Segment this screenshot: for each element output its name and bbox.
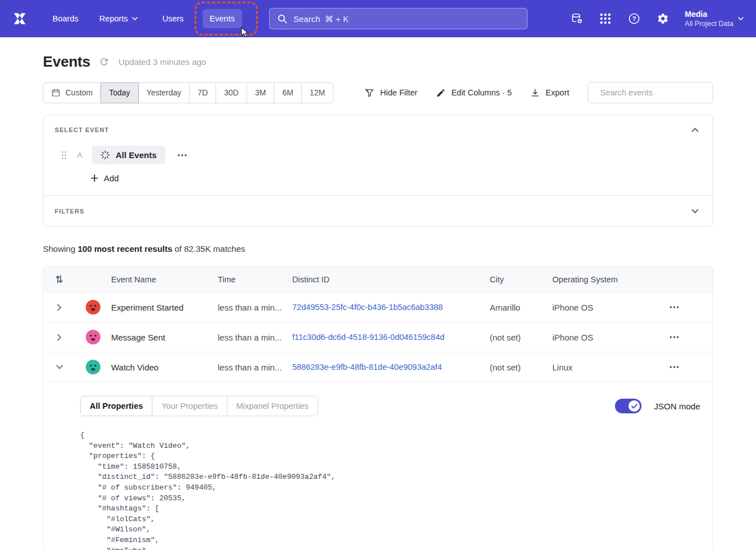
table-header-row: Event Name Time Distinct ID City Operati… [43, 267, 713, 292]
nav-item-users[interactable]: Users [162, 14, 184, 23]
city-cell: Amarillo [490, 303, 552, 312]
time-cell: less than a min... [218, 363, 292, 372]
collapse-section-icon[interactable] [689, 124, 701, 136]
date-range-6m[interactable]: 6M [274, 82, 301, 103]
event-avatar [86, 300, 100, 315]
event-detail-panel: All Properties Your Properties Mixpanel … [43, 382, 713, 550]
nav-item-events[interactable]: Events [203, 9, 242, 28]
expand-row-icon[interactable] [57, 304, 61, 311]
svg-text:?: ? [632, 15, 636, 22]
row-actions-icon[interactable] [664, 363, 684, 372]
selected-event-name: All Events [116, 150, 157, 160]
tab-all-properties[interactable]: All Properties [80, 396, 152, 416]
export-button[interactable]: Export [530, 88, 569, 98]
col-distinct-id[interactable]: Distinct ID [292, 275, 490, 284]
edit-columns-label: Edit Columns · 5 [451, 88, 512, 97]
distinct-id-link[interactable]: f11c30d6-dc6d-4518-9136-0d046159c84d [292, 333, 490, 342]
distinct-id-link[interactable]: 5886283e-e9fb-48fb-81de-40e9093a2af4 [292, 363, 490, 372]
help-icon[interactable]: ? [627, 12, 641, 25]
city-cell: (not set) [490, 363, 552, 372]
chevron-down-icon [132, 17, 138, 20]
settings-gear-icon[interactable] [656, 12, 670, 25]
global-search[interactable] [269, 8, 528, 29]
sort-icon[interactable] [55, 274, 63, 284]
edit-columns-button[interactable]: Edit Columns · 5 [436, 88, 512, 98]
event-row-menu-icon[interactable] [174, 152, 190, 159]
series-letter: A [77, 151, 82, 159]
json-mode-label: JSON mode [654, 401, 700, 411]
col-os[interactable]: Operating System [552, 275, 664, 284]
col-time[interactable]: Time [218, 275, 292, 284]
table-row-expanded[interactable]: Watch Video less than a min... 5886283e-… [43, 352, 713, 382]
tab-mixpanel-properties[interactable]: Mixpanel Properties [227, 396, 318, 416]
row-actions-icon[interactable] [664, 303, 684, 312]
apps-grid-icon[interactable] [599, 12, 612, 25]
hide-filter-label: Hide Filter [380, 88, 417, 97]
date-range-30d[interactable]: 30D [216, 82, 247, 103]
nav-item-boards[interactable]: Boards [52, 14, 78, 23]
hide-filter-button[interactable]: Hide Filter [364, 88, 417, 98]
event-burst-icon [100, 150, 110, 160]
query-builder-card: SELECT EVENT A All Events [43, 115, 713, 227]
toggle-knob [628, 400, 640, 412]
filter-funnel-icon [364, 88, 375, 98]
properties-tabs: All Properties Your Properties Mixpanel … [80, 396, 318, 416]
event-avatar [86, 330, 100, 344]
search-icon [278, 14, 287, 24]
date-range-today[interactable]: Today [100, 82, 138, 103]
select-event-label: SELECT EVENT [55, 126, 109, 133]
tab-your-properties[interactable]: Your Properties [152, 396, 227, 416]
search-events-field[interactable] [588, 82, 713, 103]
json-mode-toggle[interactable] [615, 399, 641, 413]
filters-label: FILTERS [55, 208, 85, 215]
time-cell: less than a min... [218, 333, 292, 342]
global-search-input[interactable] [293, 14, 519, 24]
project-scope: All Project Data [685, 19, 733, 28]
col-event-name[interactable]: Event Name [111, 275, 218, 284]
date-range-yesterday[interactable]: Yesterday [138, 82, 190, 103]
results-summary: Showing 100 most recent results of 82.35… [43, 244, 713, 254]
table-row[interactable]: Message Sent less than a min... f11c30d6… [43, 322, 713, 352]
mixpanel-logo-icon[interactable] [12, 11, 28, 27]
nav-item-reports[interactable]: Reports [99, 14, 138, 23]
row-actions-icon[interactable] [664, 333, 684, 342]
add-event-label: Add [104, 173, 119, 183]
time-cell: less than a min... [218, 303, 292, 312]
event-selector-pill[interactable]: All Events [92, 146, 165, 164]
col-city[interactable]: City [490, 275, 552, 284]
event-name-cell: Watch Video [111, 363, 218, 372]
os-cell: Linux [552, 363, 664, 372]
date-range-selector: Custom Today Yesterday 7D 30D 3M 6M 12M [43, 82, 333, 103]
add-event-button[interactable]: Add [91, 173, 119, 183]
project-selector[interactable]: Media All Project Data [685, 9, 744, 28]
event-name-cell: Message Sent [111, 333, 218, 342]
check-icon [631, 404, 638, 409]
data-management-icon[interactable] [570, 12, 583, 25]
nav-reports-label: Reports [99, 14, 128, 23]
expand-filters-icon[interactable] [689, 205, 701, 217]
chevron-down-icon [738, 17, 744, 20]
plus-icon [91, 174, 98, 182]
calendar-icon [51, 88, 60, 97]
search-events-input[interactable] [600, 88, 706, 97]
event-name-cell: Experiment Started [111, 303, 218, 312]
mouse-cursor-icon [240, 27, 249, 38]
collapse-row-icon[interactable] [56, 365, 63, 369]
date-range-7d[interactable]: 7D [189, 82, 216, 103]
distinct-id-link[interactable]: 72d49553-25fc-4f0c-b436-1b5ac6ab3388 [292, 303, 490, 312]
date-range-12m[interactable]: 12M [301, 82, 333, 103]
project-name: Media [685, 9, 733, 19]
os-cell: iPhone OS [552, 303, 664, 312]
os-cell: iPhone OS [552, 333, 664, 342]
city-cell: (not set) [490, 333, 552, 342]
expand-row-icon[interactable] [57, 334, 61, 341]
date-range-3m[interactable]: 3M [247, 82, 274, 103]
date-range-custom-label: Custom [65, 88, 93, 97]
events-table: Event Name Time Distinct ID City Operati… [43, 266, 713, 550]
refresh-icon[interactable] [99, 56, 110, 68]
drag-handle-icon[interactable] [61, 151, 67, 160]
date-range-custom[interactable]: Custom [43, 82, 101, 103]
export-label: Export [546, 88, 569, 97]
top-navbar: Boards Reports Users Events ? Media [0, 0, 756, 37]
table-row[interactable]: Experiment Started less than a min... 72… [43, 292, 713, 322]
